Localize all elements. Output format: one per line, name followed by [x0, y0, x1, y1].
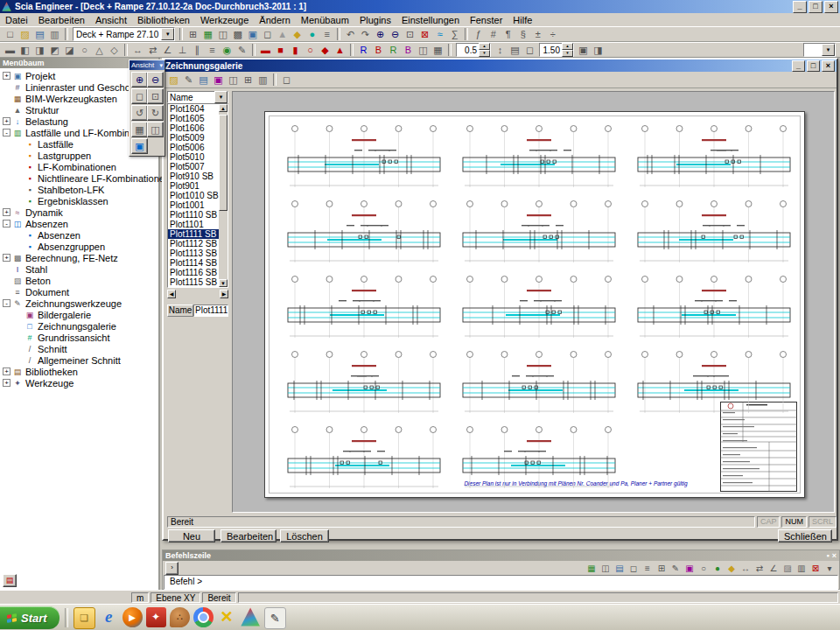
- palette-icon[interactable]: ▣: [131, 138, 148, 154]
- toolbar-icon[interactable]: ∠: [160, 44, 175, 57]
- plot-list-item[interactable]: Plot1101: [168, 220, 219, 229]
- toolbar-icon[interactable]: R: [386, 44, 401, 57]
- tree-item[interactable]: -✎Zeichnungswerkzeuge: [0, 298, 158, 309]
- toolbar-icon[interactable]: ▣: [576, 44, 591, 57]
- command-icon[interactable]: ▥: [794, 562, 808, 574]
- expand-icon[interactable]: +: [3, 117, 10, 125]
- command-icon[interactable]: ▣: [682, 562, 696, 574]
- command-icon[interactable]: ○: [696, 562, 710, 574]
- toolbar-icon[interactable]: ▮: [288, 44, 303, 57]
- toolbar-icon[interactable]: ▬: [258, 44, 273, 57]
- palette-icon[interactable]: ↻: [147, 105, 164, 121]
- toolbar-icon[interactable]: ▥: [256, 74, 270, 87]
- chrome-icon[interactable]: [193, 607, 214, 627]
- menu-item[interactable]: Bibliotheken: [132, 14, 195, 26]
- edit-button[interactable]: Bearbeiten: [220, 529, 276, 542]
- toolbar-icon[interactable]: ⊖: [388, 28, 402, 41]
- expand-icon[interactable]: +: [3, 379, 10, 387]
- plot-name-input[interactable]: Plot1111 SB: [193, 304, 228, 317]
- close-button[interactable]: ×: [824, 1, 838, 13]
- toolbar-icon[interactable]: ƒ: [471, 28, 486, 41]
- tree-item[interactable]: ▪Stahlbeton-LFK: [0, 184, 158, 195]
- toolbar-icon[interactable]: ●: [304, 28, 319, 41]
- paint-palette-icon[interactable]: ∴: [170, 607, 190, 627]
- command-input[interactable]: Befehl >: [164, 575, 838, 590]
- plot-list-item[interactable]: Plot1112 SB: [168, 239, 219, 248]
- spin-up-icon[interactable]: ▴: [562, 43, 573, 50]
- restore-button[interactable]: □: [808, 1, 822, 13]
- tree-item[interactable]: -◫Absenzen: [0, 218, 158, 229]
- expand-icon[interactable]: +: [3, 72, 10, 80]
- scroll-right-icon[interactable]: ▶: [220, 290, 228, 298]
- toolbar-icon[interactable]: B: [371, 44, 386, 57]
- toolbar-icon[interactable]: ▨: [18, 28, 32, 41]
- toolbar-icon[interactable]: ▦: [200, 28, 215, 41]
- plot-list-item[interactable]: Plot1111 SB: [168, 229, 219, 239]
- toolbar-icon[interactable]: ◨: [32, 44, 47, 57]
- toolbar-icon[interactable]: ▤: [196, 74, 211, 87]
- pin-icon[interactable]: ▪: [827, 551, 830, 560]
- delete-button[interactable]: Löschen: [280, 529, 329, 542]
- command-history-button[interactable]: ›: [165, 562, 178, 575]
- toolbar-icon[interactable]: R: [356, 44, 371, 57]
- toolbar-combobox[interactable]: ▾: [803, 43, 836, 57]
- tree-item[interactable]: /Schnitt: [0, 343, 158, 354]
- folder-icon[interactable]: ❏: [74, 607, 95, 629]
- command-icon[interactable]: ∠: [766, 562, 780, 574]
- scroll-down-icon[interactable]: ▼: [219, 279, 228, 287]
- minimize-button[interactable]: _: [793, 1, 807, 13]
- plot-list-item[interactable]: Plot1001: [168, 200, 219, 210]
- toolbar-icon[interactable]: §: [515, 28, 530, 41]
- toolbar-icon[interactable]: ∑: [447, 28, 462, 41]
- tree-item[interactable]: /Allgemeiner Schnitt: [0, 354, 158, 366]
- menu-item[interactable]: Datei: [0, 14, 33, 26]
- toolbar-combobox[interactable]: Deck + Rampe 27.10▾: [73, 27, 175, 41]
- menu-item[interactable]: Menübaum: [296, 14, 354, 26]
- command-icon[interactable]: ◫: [598, 562, 612, 574]
- pencil-icon[interactable]: ✎: [264, 607, 286, 629]
- new-button[interactable]: Neu: [168, 529, 215, 542]
- menu-item[interactable]: Werkzeuge: [195, 14, 254, 26]
- command-icon[interactable]: ▨: [780, 562, 794, 574]
- toolbar-icon[interactable]: ↕: [493, 44, 508, 57]
- menu-item[interactable]: Ansicht: [90, 14, 132, 26]
- tree-item[interactable]: ▨Beton: [0, 275, 158, 286]
- command-icon[interactable]: ≡: [640, 562, 654, 574]
- toolbar-icon[interactable]: ○: [77, 44, 92, 57]
- toolbar-icon[interactable]: ±: [530, 28, 545, 41]
- tree-item[interactable]: +≈Dynamik: [0, 206, 158, 218]
- expand-icon[interactable]: +: [3, 208, 10, 216]
- palette-icon[interactable]: ▦: [131, 122, 148, 137]
- toolbar-icon[interactable]: ◻: [260, 28, 275, 41]
- toolbar-icon[interactable]: ◫: [215, 28, 230, 41]
- toolbar-icon[interactable]: ○: [303, 44, 318, 57]
- yellow-x-icon[interactable]: ✕: [217, 607, 237, 627]
- plot-list-hscrollbar[interactable]: ◀ ▶: [167, 290, 228, 298]
- plot-list-item[interactable]: Plot1010 SB: [168, 191, 219, 200]
- tree-item[interactable]: ≡Dokument: [0, 286, 158, 298]
- toolbar-icon[interactable]: ✎: [234, 44, 249, 57]
- close-icon[interactable]: ×: [832, 551, 836, 560]
- toolbar-icon[interactable]: ≡: [205, 44, 220, 57]
- command-icon[interactable]: ✎: [668, 562, 682, 574]
- toolbar-icon[interactable]: ↔: [130, 44, 145, 57]
- collapse-icon[interactable]: -: [3, 220, 10, 228]
- toolbar-icon[interactable]: ◆: [318, 44, 332, 57]
- start-button[interactable]: Start: [0, 606, 60, 629]
- tree-item[interactable]: ▪Absenzgruppen: [0, 241, 158, 252]
- toolbar-spinbox[interactable]: 0.5▴▾: [456, 43, 491, 57]
- toolbar-icon[interactable]: ∥: [190, 44, 205, 57]
- toolbar-icon[interactable]: ≈: [432, 28, 447, 41]
- toolbar-icon[interactable]: ⊡: [402, 28, 417, 41]
- internet-explorer-icon[interactable]: e: [99, 607, 119, 627]
- palette-icon[interactable]: ⊕: [131, 72, 148, 88]
- scrollbar-track[interactable]: [176, 290, 220, 298]
- plot-list-item[interactable]: Plot5007: [168, 162, 219, 172]
- plot-list-item[interactable]: Plot5010: [168, 152, 219, 162]
- toolbar-icon[interactable]: ◫: [226, 74, 241, 87]
- toolbar-icon[interactable]: □: [3, 28, 18, 41]
- chevron-down-icon[interactable]: ▾: [822, 44, 835, 56]
- menu-item[interactable]: Plugins: [354, 14, 396, 26]
- close-dialog-button[interactable]: Schließen: [778, 529, 832, 542]
- toolbar-icon[interactable]: ↶: [343, 28, 358, 41]
